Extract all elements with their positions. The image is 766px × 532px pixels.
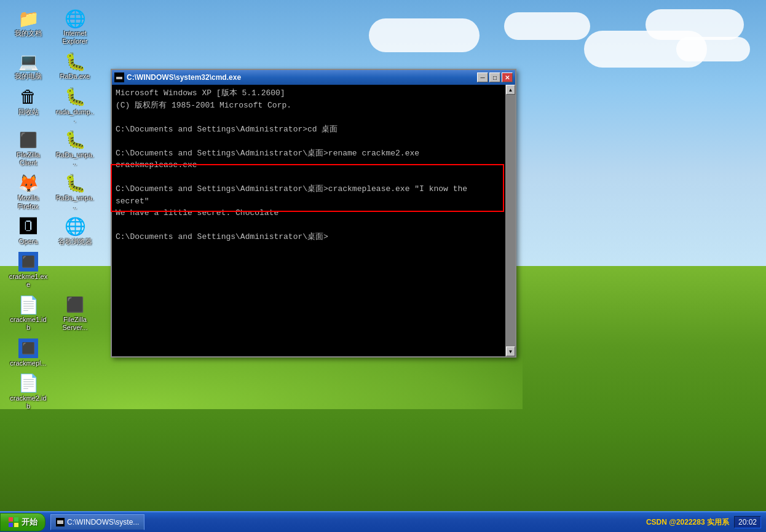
icon-360browser[interactable]: 🌐 谷歌浏览器 <box>53 214 97 248</box>
scrollbar-up-button[interactable]: ▲ <box>506 85 515 95</box>
cmd-body: Microsoft Windows XP [版本 5.1.2600] (C) 版… <box>112 85 515 356</box>
icon-ie[interactable]: 🌐 InternetExplorer <box>53 6 97 48</box>
filezilla-client-icon: ⬛ <box>18 130 38 150</box>
crackmepl-exe-icon: ⬛ <box>18 338 38 358</box>
cloud-4 <box>646 9 744 40</box>
icon-filezilla-server[interactable]: ⬛ FileZillaServer... <box>53 292 97 334</box>
cmd-close-button[interactable]: ✕ <box>502 72 513 82</box>
icon-filezilla-client[interactable]: ⬛ FileZillaClient <box>6 128 50 170</box>
desktop: 📁 我的文档 🌐 InternetExplorer 💻 我的电脑 🐛 RaDa.… <box>0 0 766 532</box>
cmd-minimize-button[interactable]: ─ <box>477 72 488 82</box>
firefox-label: MozillaFirefox <box>18 194 39 210</box>
recycle-label: 回收站 <box>18 108 39 116</box>
crackme1-idb-icon: 📄 <box>18 295 38 315</box>
cmd-title-buttons: ─ □ ✕ <box>477 72 513 82</box>
cmd-window[interactable]: C:\WINDOWS\system32\cmd.exe ─ □ ✕ Micros… <box>111 69 516 358</box>
filezilla-server-label: FileZillaServer... <box>63 316 88 332</box>
taskbar-task-cmd[interactable]: C:\WINDOWS\syste... <box>50 514 144 530</box>
crackme2-idb-icon: 📄 <box>18 374 38 393</box>
start-button[interactable]: 开始 <box>0 513 45 531</box>
cmd-title-text: C:\WINDOWS\system32\cmd.exe <box>127 73 475 82</box>
icon-my-documents[interactable]: 📁 我的文档 <box>6 6 50 48</box>
icon-rada-unpa2[interactable]: 🐛 RaDa_unpa... <box>53 171 97 213</box>
icon-firefox[interactable]: 🦊 MozillaFirefox <box>6 171 50 213</box>
rada-unpa2-icon: 🐛 <box>65 173 85 193</box>
cmd-output: Microsoft Windows XP [版本 5.1.2600] (C) 版… <box>112 85 505 356</box>
icon-rada-unpa[interactable]: 🐛 RaDa_unpa... <box>53 128 97 170</box>
cmd-titlebar-icon <box>114 72 124 82</box>
cmd-window-wrapper: C:\WINDOWS\system32\cmd.exe ─ □ ✕ Micros… <box>111 69 516 358</box>
cloud-1 <box>369 18 480 52</box>
scrollbar-down-button[interactable]: ▼ <box>506 346 515 356</box>
filezilla-client-label: FileZillaClient <box>17 151 40 167</box>
scrollbar-track <box>506 95 515 346</box>
icon-rada-exe[interactable]: 🐛 RaDa.exe <box>53 49 97 83</box>
opera-icon: 🅾 <box>18 217 38 237</box>
start-icon <box>8 517 19 528</box>
svg-rect-6 <box>14 523 18 527</box>
rada-unpa2-label: RaDa_unpa... <box>55 194 95 210</box>
taskbar-csdn-label: CSDN @2022283 实用系 <box>646 517 729 528</box>
rada-dump-icon: 🐛 <box>65 87 85 107</box>
icon-my-computer[interactable]: 💻 我的电脑 <box>6 49 50 83</box>
my-computer-icon: 💻 <box>18 52 38 71</box>
360browser-icon: 🌐 <box>65 217 85 237</box>
crackme1-exe-icon: ⬛ <box>18 252 38 272</box>
icon-recycle[interactable]: 🗑 回收站 <box>6 85 50 127</box>
icon-rada-dump[interactable]: 🐛 rada_dump... <box>53 85 97 127</box>
rada-exe-icon: 🐛 <box>65 52 85 71</box>
ie-label: InternetExplorer <box>63 29 88 45</box>
icon-crackmepl-exe[interactable]: ⬛ crackmepl... <box>6 336 50 370</box>
icon-crackme2-idb[interactable]: 📄 crackme2.idb <box>6 371 50 413</box>
crackme1-exe-label: crackme1.exe <box>9 273 48 289</box>
svg-rect-4 <box>14 517 18 522</box>
recycle-icon: 🗑 <box>18 87 38 107</box>
start-label: 开始 <box>22 517 38 528</box>
my-documents-icon: 📁 <box>18 9 38 28</box>
cmd-maximize-button[interactable]: □ <box>489 72 500 82</box>
rada-exe-label: RaDa.exe <box>60 72 90 80</box>
opera-label: Opera <box>19 238 38 246</box>
svg-rect-2 <box>116 76 122 77</box>
taskbar: 开始 C:\WINDOWS\syste... CSDN @2022283 实用系… <box>0 511 766 532</box>
my-documents-label: 我的文档 <box>15 29 42 37</box>
cmd-scrollbar[interactable]: ▲ ▼ <box>505 85 515 356</box>
icon-opera[interactable]: 🅾 Opera <box>6 214 50 248</box>
cloud-2 <box>504 12 590 40</box>
360browser-label: 谷歌浏览器 <box>58 238 92 246</box>
taskbar-task-label: C:\WINDOWS\syste... <box>67 518 139 526</box>
crackmepl-exe-label: crackmepl... <box>10 359 46 367</box>
svg-rect-5 <box>9 523 13 527</box>
cloud-5 <box>676 37 750 61</box>
desktop-icon-area: 📁 我的文档 🌐 InternetExplorer 💻 我的电脑 🐛 RaDa.… <box>6 6 105 413</box>
taskbar-right: CSDN @2022283 实用系 20:02 <box>646 516 766 528</box>
taskbar-clock: 20:02 <box>734 516 761 528</box>
rada-unpa-label: RaDa_unpa... <box>55 151 95 167</box>
svg-rect-8 <box>57 520 63 524</box>
cmd-titlebar: C:\WINDOWS\system32\cmd.exe ─ □ ✕ <box>112 70 515 85</box>
filezilla-server-icon: ⬛ <box>65 295 85 315</box>
icon-crackme1-exe[interactable]: ⬛ crackme1.exe <box>6 249 50 291</box>
rada-dump-label: rada_dump... <box>55 108 95 124</box>
icon-crackme1-idb[interactable]: 📄 crackme1.idb <box>6 292 50 334</box>
rada-unpa-icon: 🐛 <box>65 130 85 150</box>
crackme2-idb-label: crackme2.idb <box>9 394 48 410</box>
firefox-icon: 🦊 <box>18 173 38 193</box>
my-computer-label: 我的电脑 <box>15 72 42 80</box>
taskbar-cmd-icon <box>56 518 65 526</box>
ie-icon: 🌐 <box>65 9 85 28</box>
svg-rect-3 <box>9 517 13 522</box>
crackme1-idb-label: crackme1.idb <box>9 316 48 332</box>
